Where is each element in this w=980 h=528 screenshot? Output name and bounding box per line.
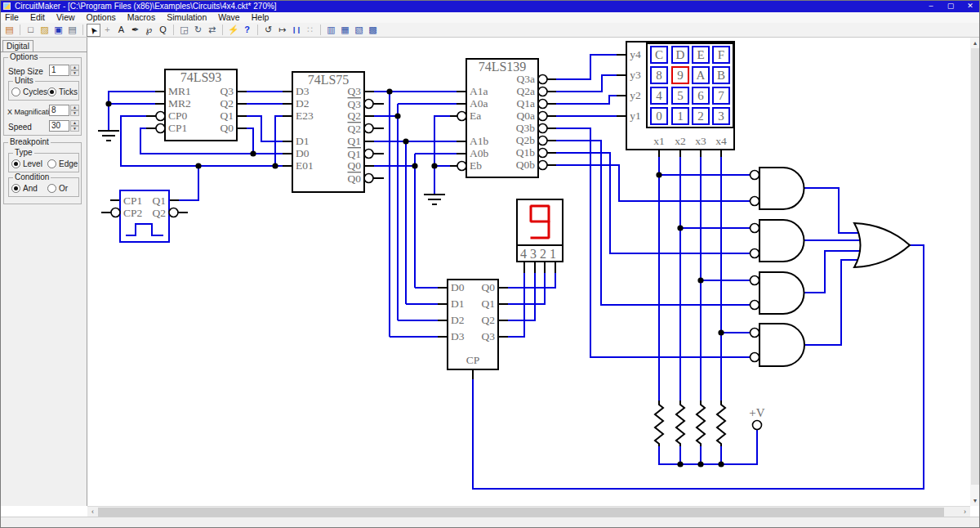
toolbar-separator xyxy=(257,25,258,35)
radio-or[interactable] xyxy=(47,184,56,193)
menu-edit[interactable]: Edit xyxy=(25,12,51,23)
save-file-button[interactable]: ▣ xyxy=(51,24,65,37)
title-bar: CircuitMaker - [C:\Program Files (x86)\E… xyxy=(0,0,980,12)
x-magnification-field[interactable]: 8 xyxy=(49,105,69,116)
svg-text:D2: D2 xyxy=(296,97,310,110)
radio-and[interactable] xyxy=(11,184,20,193)
svg-text:D0: D0 xyxy=(296,147,310,159)
radio-cycles[interactable] xyxy=(11,87,20,96)
new-file-button[interactable]: □ xyxy=(24,24,38,37)
help-button[interactable]: ? xyxy=(240,24,254,37)
waveforms-2-button[interactable]: ▦ xyxy=(338,24,352,37)
svg-text:2: 2 xyxy=(697,110,704,123)
pulse-waveform-icon xyxy=(126,224,163,235)
naming-tool-button[interactable]: ℘ xyxy=(142,24,156,37)
scroll-up-icon[interactable]: ▴ xyxy=(970,39,980,47)
print-button[interactable]: ▤ xyxy=(65,24,79,37)
reset-button[interactable]: ↺ xyxy=(261,24,275,37)
vcc-label: +V xyxy=(749,406,764,419)
menu-options[interactable]: Options xyxy=(82,12,122,23)
or-gate[interactable] xyxy=(854,223,910,267)
svg-text:Q3a: Q3a xyxy=(517,73,536,85)
svg-text:Q3: Q3 xyxy=(348,85,362,97)
svg-text:D0: D0 xyxy=(451,281,465,293)
ground-symbol xyxy=(98,131,119,141)
menu-macros[interactable]: Macros xyxy=(122,12,162,23)
waveforms-1-button[interactable]: ▥ xyxy=(324,24,338,37)
maximize-button[interactable]: ▢ xyxy=(941,0,960,12)
horizontal-scroll-thumb[interactable] xyxy=(98,508,944,517)
and-gate[interactable] xyxy=(760,272,804,314)
menu-view[interactable]: View xyxy=(51,12,82,23)
run-to-button[interactable]: ∷ xyxy=(303,24,317,37)
zoom-window-button[interactable]: ◲ xyxy=(177,24,191,37)
radio-or-label[interactable]: Or xyxy=(59,184,68,193)
horizontal-scrollbar[interactable]: ‹ › xyxy=(87,506,970,517)
vertical-scrollbar[interactable]: ▴ ▾ xyxy=(970,38,980,506)
schematic-canvas[interactable]: +V 74LS93 MR1MR2 CP0CP1 Q3Q2 Q1Q0 74LS75… xyxy=(87,38,970,506)
radio-and-label[interactable]: And xyxy=(23,184,38,193)
speed-field[interactable]: 30 xyxy=(49,120,69,132)
text-tool-button[interactable]: A xyxy=(114,24,128,37)
scroll-down-icon[interactable]: ▾ xyxy=(970,497,980,504)
and-gate[interactable] xyxy=(760,220,804,262)
radio-ticks[interactable] xyxy=(47,87,56,96)
step-size-spinner[interactable]: ▲▼ xyxy=(70,65,79,76)
waveforms-3-button[interactable]: ▧ xyxy=(352,24,366,37)
pause-button[interactable]: ❙❙ xyxy=(289,24,303,37)
mirror-button[interactable]: ⇄ xyxy=(205,24,219,37)
select-tool-button[interactable]: ➤ xyxy=(87,24,100,37)
chip-title: 74LS93 xyxy=(180,70,222,84)
simulation-mode-button[interactable]: ⚡ xyxy=(226,24,240,37)
and-gate[interactable] xyxy=(760,324,804,366)
radio-cycles-label[interactable]: Cycles xyxy=(23,87,47,96)
vcc-terminal[interactable] xyxy=(753,421,762,430)
menu-file[interactable]: File xyxy=(0,12,25,23)
svg-text:Eb: Eb xyxy=(470,159,482,172)
svg-text:Q2: Q2 xyxy=(348,123,362,135)
parts-browser-button[interactable]: ▤ xyxy=(2,24,16,37)
svg-text:Q2: Q2 xyxy=(153,207,167,219)
svg-text:C: C xyxy=(655,48,663,61)
waveforms-4-button[interactable]: ▩ xyxy=(366,24,380,37)
svg-text:Q0b: Q0b xyxy=(516,159,535,171)
svg-text:9: 9 xyxy=(677,69,684,82)
toolbar-separator xyxy=(222,25,223,35)
radio-level[interactable] xyxy=(11,159,20,168)
pullup-resistor[interactable] xyxy=(655,400,725,446)
x-magnification-spinner[interactable]: ▲▼ xyxy=(70,105,79,116)
zoom-tool-button[interactable]: Q xyxy=(156,24,170,37)
svg-text:7: 7 xyxy=(718,89,724,102)
speed-spinner[interactable]: ▲▼ xyxy=(70,120,79,132)
radio-ticks-label[interactable]: Ticks xyxy=(59,87,78,96)
units-group: Units Cycles Ticks xyxy=(8,81,79,101)
svg-text:MR2: MR2 xyxy=(168,97,191,110)
svg-text:x2: x2 xyxy=(675,135,686,147)
svg-text:x1: x1 xyxy=(653,135,665,147)
close-button[interactable]: ✕ xyxy=(960,0,980,12)
step-size-field[interactable]: 1 xyxy=(49,65,69,76)
radio-level-label[interactable]: Level xyxy=(23,159,42,168)
delete-tool-button[interactable]: ✒ xyxy=(128,24,142,37)
svg-text:Q3: Q3 xyxy=(348,98,362,110)
toolbar: ▤ □ ▨ ▣ ▤ ➤ + A ✒ ℘ Q ◲ ↻ ⇄ ⚡ ? ↺ ↦ ❙❙ ∷… xyxy=(0,23,980,38)
display-pins-label: 4321 xyxy=(520,247,559,261)
and-gate[interactable] xyxy=(760,168,804,209)
menu-wave[interactable]: Wave xyxy=(213,12,246,23)
tab-digital[interactable]: Digital xyxy=(2,40,33,51)
open-file-button[interactable]: ▨ xyxy=(38,24,51,37)
rotate-button[interactable]: ↻ xyxy=(191,24,205,37)
svg-text:B: B xyxy=(717,69,725,82)
svg-text:Q1: Q1 xyxy=(348,148,362,160)
window-title: CircuitMaker - [C:\Program Files (x86)\E… xyxy=(15,2,277,11)
menu-help[interactable]: Help xyxy=(247,12,276,23)
wire-tool-button[interactable]: + xyxy=(100,24,114,37)
vertical-scroll-thumb[interactable] xyxy=(971,48,979,485)
menu-simulation[interactable]: Simulation xyxy=(162,12,213,23)
svg-text:Q0: Q0 xyxy=(220,122,234,134)
radio-edge-label[interactable]: Edge xyxy=(59,159,78,168)
minimize-button[interactable]: – xyxy=(921,0,941,12)
options-group: Options Step Size 1 ▲▼ Units Cycles Tick… xyxy=(3,57,82,136)
step-button[interactable]: ↦ xyxy=(275,24,289,37)
radio-edge[interactable] xyxy=(47,159,56,168)
